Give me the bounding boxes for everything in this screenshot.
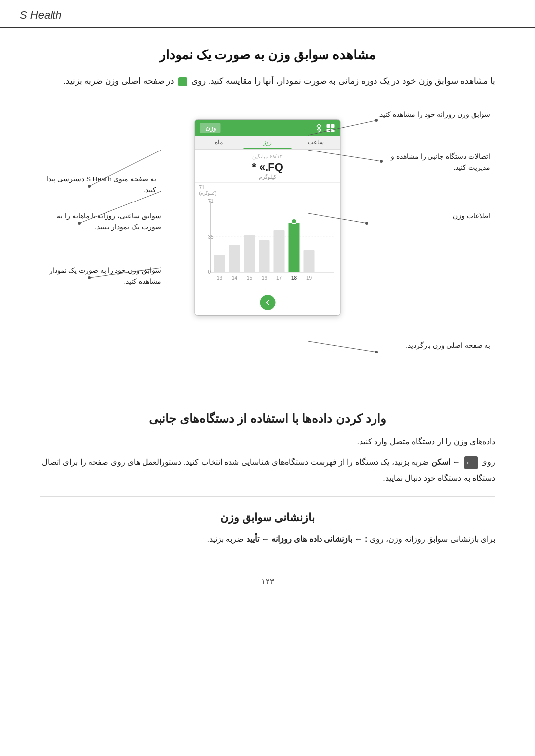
section2-title: وارد کردن داده‌ها با استفاده از دستگاه‌ه… xyxy=(40,412,495,426)
divider1 xyxy=(40,402,495,402)
tab-hour[interactable]: ساعت xyxy=(292,136,340,149)
tab-month[interactable]: ماه xyxy=(195,136,243,149)
page-number: ١٢٣ xyxy=(40,577,495,586)
tab-day[interactable]: روز xyxy=(243,136,292,149)
chart-y-top: 71(کیلوگرم) xyxy=(199,185,336,196)
phone-header-bar: وزن xyxy=(195,120,340,136)
phone-chart: 71(کیلوگرم) 71 35 0 xyxy=(195,183,340,291)
svg-rect-11 xyxy=(229,245,240,272)
bluetooth-icon xyxy=(316,124,322,133)
callout-weight-info: اطلاعات وزن xyxy=(453,211,490,222)
section3-p1: برای بازنشانی سوابق روزانه وزن، روی : ← … xyxy=(40,531,495,547)
svg-text:18: 18 xyxy=(291,275,297,281)
callout-daily-weight: سوابق وزن روزانه خود را مشاهده کنید. xyxy=(378,109,490,120)
svg-rect-2 xyxy=(327,129,330,132)
section3-title: بازنشانی سوابق وزن xyxy=(40,511,495,524)
weight-big-value: FQ.» * xyxy=(195,161,340,174)
svg-point-38 xyxy=(375,351,378,353)
svg-rect-16 xyxy=(304,250,315,272)
svg-rect-15 xyxy=(289,223,300,272)
svg-point-26 xyxy=(375,119,378,122)
colon-menu: : xyxy=(365,535,367,543)
phone-tabs: ساعت روز ماه xyxy=(195,136,340,150)
section2-p2: روی ⟵ ← اسکن ضربه بزنید، یک دستگاه را از… xyxy=(40,454,495,486)
divider2 xyxy=(40,496,495,497)
callout-chart-view: سوابق وزن خود را به صورت یک نمودار مشاهد… xyxy=(42,265,161,287)
diagram-wrapper: وزن ساعت روز ماه ۶۸/۱۴ میانگین FQ.» * کی… xyxy=(40,104,495,392)
svg-text:35: 35 xyxy=(208,234,214,240)
phone-header-icons xyxy=(316,124,335,133)
back-arrow-icon xyxy=(264,299,271,306)
section1-intro: با مشاهده سوابق وزن خود در یک دوره زمانی… xyxy=(40,73,495,90)
svg-text:71: 71 xyxy=(208,199,214,204)
section3-body: برای بازنشانی سوابق روزانه وزن، روی : ← … xyxy=(40,531,495,547)
confirm-label: تأیید xyxy=(246,535,259,543)
section2-p1: داده‌های وزن را از دستگاه متصل وارد کنید… xyxy=(40,434,495,450)
reset-label: بازنشانی داده های روزانه xyxy=(271,535,352,543)
svg-rect-1 xyxy=(331,124,335,128)
svg-text:13: 13 xyxy=(217,275,223,281)
svg-text:14: 14 xyxy=(232,275,238,281)
section3: بازنشانی سوابق وزن برای بازنشانی سوابق ر… xyxy=(40,511,495,547)
grid-icon xyxy=(326,124,335,133)
callout-back-main: به صفحه اصلی وزن بازگردید. xyxy=(406,340,490,351)
svg-rect-12 xyxy=(244,235,255,272)
svg-point-36 xyxy=(365,222,368,225)
svg-text:16: 16 xyxy=(262,275,268,281)
weight-unit: کیلوگرم xyxy=(195,174,340,180)
svg-rect-14 xyxy=(274,230,285,272)
content-area: مشاهده سوابق وزن به صورت یک نمودار با مش… xyxy=(0,28,535,616)
svg-rect-3 xyxy=(331,129,335,132)
svg-text:15: 15 xyxy=(247,275,253,281)
page-header: S Health xyxy=(0,0,535,28)
section2-body: داده‌های وزن را از دستگاه متصل وارد کنید… xyxy=(40,434,495,486)
callout-devices: اتصالات دستگاه جانبی را مشاهده و مدیریت … xyxy=(376,151,490,173)
svg-text:0: 0 xyxy=(208,269,211,275)
svg-rect-0 xyxy=(327,124,330,128)
callout-s-health-menu: به صفحه منوی S Health دسترسی پیدا کنید. xyxy=(42,174,156,195)
svg-rect-10 xyxy=(214,255,225,272)
weight-display: ۶۸/۱۴ میانگین FQ.» * کیلوگرم xyxy=(195,150,340,183)
callout-time-view: سوابق ساعتی، روزانه یا ماهانه را به صورت… xyxy=(42,211,161,232)
back-button[interactable] xyxy=(260,295,275,310)
chart-svg: 71 35 0 13 14 15 16 17 xyxy=(198,196,336,285)
back-btn-row xyxy=(195,291,340,315)
svg-line-37 xyxy=(308,341,376,352)
svg-text:17: 17 xyxy=(276,275,282,281)
section1-title: مشاهده سوابق وزن به صورت یک نمودار xyxy=(40,48,495,63)
bluetooth-icon-inline: ⟵ xyxy=(464,456,478,469)
svg-rect-13 xyxy=(259,240,270,272)
app-title: S Health xyxy=(20,9,61,22)
svg-point-24 xyxy=(292,219,297,224)
phone-weight-label: وزن xyxy=(200,123,221,133)
phone-mockup: وزن ساعت روز ماه ۶۸/۱۴ میانگین FQ.» * کی… xyxy=(195,119,341,316)
svg-text:19: 19 xyxy=(306,275,312,281)
section2: وارد کردن داده‌ها با استفاده از دستگاه‌ه… xyxy=(40,412,495,486)
scan-label: اسکن xyxy=(431,458,450,466)
